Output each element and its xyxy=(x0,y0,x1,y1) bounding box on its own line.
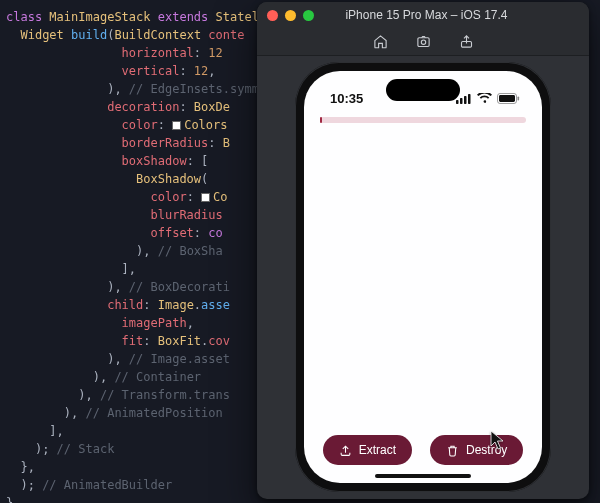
svg-rect-9 xyxy=(518,96,520,100)
bottom-action-bar: Extract Destroy xyxy=(304,435,542,465)
share-icon[interactable] xyxy=(459,34,474,49)
destroy-label: Destroy xyxy=(466,443,507,457)
home-icon[interactable] xyxy=(373,34,388,49)
svg-rect-4 xyxy=(460,98,463,104)
device-frame: 10:35 xyxy=(295,62,551,492)
svg-rect-5 xyxy=(464,96,467,104)
minimize-window-button[interactable] xyxy=(285,10,296,21)
zoom-window-button[interactable] xyxy=(303,10,314,21)
svg-rect-6 xyxy=(468,94,471,104)
svg-point-1 xyxy=(421,40,425,44)
home-indicator[interactable] xyxy=(375,474,471,478)
device-screen[interactable]: 10:35 xyxy=(304,71,542,483)
close-window-button[interactable] xyxy=(267,10,278,21)
destroy-button[interactable]: Destroy xyxy=(430,435,523,465)
status-indicators xyxy=(456,93,520,104)
extract-label: Extract xyxy=(359,443,396,457)
screenshot-icon[interactable] xyxy=(416,34,431,49)
wifi-icon xyxy=(477,93,492,104)
simulator-window: iPhone 15 Pro Max – iOS 17.4 10:35 xyxy=(257,2,589,499)
traffic-lights xyxy=(267,10,314,21)
extract-button[interactable]: Extract xyxy=(323,435,412,465)
progress-bar xyxy=(320,117,526,123)
simulator-title: iPhone 15 Pro Max – iOS 17.4 xyxy=(326,8,527,22)
trash-icon xyxy=(446,444,459,457)
status-time: 10:35 xyxy=(330,91,363,106)
simulator-titlebar[interactable]: iPhone 15 Pro Max – iOS 17.4 xyxy=(257,2,589,28)
simulator-toolbar xyxy=(257,28,589,56)
svg-rect-8 xyxy=(499,95,515,102)
svg-rect-3 xyxy=(456,100,459,104)
dynamic-island xyxy=(386,79,460,101)
svg-rect-0 xyxy=(417,38,428,47)
upload-icon xyxy=(339,444,352,457)
progress-fill xyxy=(320,117,322,123)
battery-icon xyxy=(497,93,520,104)
